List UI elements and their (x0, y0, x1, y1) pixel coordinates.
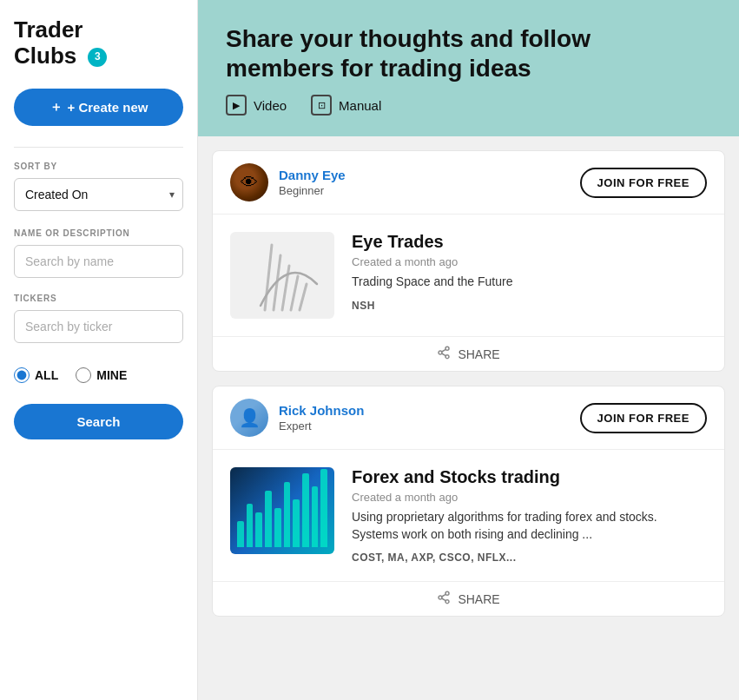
avatar-image: 👤 (230, 399, 268, 437)
clubs-list: 👁 Danny Eye Beginner JOIN FOR FREE (198, 136, 739, 631)
bar (284, 482, 291, 547)
all-radio-label[interactable]: ALL (14, 367, 58, 383)
search-button[interactable]: Search (14, 404, 183, 439)
clubs-count-badge: 3 (88, 48, 107, 67)
bar (302, 473, 309, 547)
sidebar: TraderClubs 3 ＋ + Create new SORT BY Cre… (0, 0, 198, 700)
avatar-image: 👁 (230, 163, 268, 201)
bar (247, 504, 254, 547)
club-info: Eye Trades Created a month ago Trading S… (352, 232, 707, 312)
video-link[interactable]: ▶ Video (226, 95, 287, 116)
user-name[interactable]: Danny Eye (279, 168, 346, 182)
forex-image (230, 467, 334, 554)
name-filter-label: NAME OR DESCRIPTION (14, 228, 183, 238)
club-info: Forex and Stocks trading Created a month… (352, 467, 707, 564)
hero-title: Share your thoughts and followmembers fo… (226, 24, 711, 83)
user-level: Expert (279, 419, 364, 433)
svg-line-9 (442, 350, 446, 353)
club-created: Created a month ago (352, 491, 707, 504)
plus-icon: ＋ (49, 99, 63, 116)
svg-line-2 (282, 266, 289, 310)
filter-radio-group: ALL MINE (14, 367, 183, 383)
mine-radio-label[interactable]: MINE (76, 367, 127, 383)
share-icon (437, 591, 451, 607)
club-user-info: 👤 Rick Johnson Expert (230, 399, 364, 437)
share-label: SHARE (458, 592, 499, 606)
club-title: Forex and Stocks trading (352, 467, 707, 487)
main-content: Share your thoughts and followmembers fo… (198, 0, 739, 700)
bar (237, 521, 244, 547)
club-card-header: 👁 Danny Eye Beginner JOIN FOR FREE (213, 151, 724, 215)
club-thumbnail (230, 232, 334, 319)
bar (320, 469, 327, 547)
user-level: Beginner (279, 184, 346, 197)
share-footer[interactable]: SHARE (213, 581, 724, 616)
club-card: 👁 Danny Eye Beginner JOIN FOR FREE (212, 150, 725, 372)
mine-radio[interactable] (76, 367, 91, 383)
sort-select-wrapper: Created On ▾ (14, 178, 183, 211)
bar (265, 491, 272, 547)
forex-bars (237, 469, 327, 547)
club-title: Eye Trades (352, 232, 707, 252)
join-button[interactable]: JOIN FOR FREE (580, 168, 707, 198)
share-label: SHARE (458, 347, 499, 361)
share-footer[interactable]: SHARE (213, 336, 724, 371)
manual-icon: ⊡ (311, 95, 332, 116)
club-thumbnail (230, 467, 334, 554)
club-description: Using proprietary algorithms for trading… (352, 509, 707, 543)
club-created: Created a month ago (352, 255, 707, 268)
club-body: Forex and Stocks trading Created a month… (213, 450, 724, 581)
club-user-info: 👁 Danny Eye Beginner (230, 163, 346, 201)
svg-line-13 (442, 598, 446, 601)
club-tickers: COST, MA, AXP, CSCO, NFLX... (352, 551, 707, 564)
svg-line-8 (442, 353, 446, 356)
user-name[interactable]: Rick Johnson (279, 403, 364, 418)
bar (255, 512, 262, 547)
club-body: Eye Trades Created a month ago Trading S… (213, 215, 724, 336)
sort-select[interactable]: Created On (14, 178, 183, 211)
tickers-label: TICKERS (14, 294, 183, 303)
search-by-ticker-input[interactable] (14, 310, 183, 343)
sort-by-label: SORT BY (14, 162, 183, 171)
avatar: 👤 (230, 399, 268, 437)
club-card-header: 👤 Rick Johnson Expert JOIN FOR FREE (213, 386, 724, 450)
svg-line-14 (442, 595, 446, 598)
svg-line-0 (265, 245, 272, 310)
hero-banner: Share your thoughts and followmembers fo… (198, 0, 739, 136)
svg-line-4 (300, 284, 307, 310)
club-tickers: NSH (352, 300, 707, 312)
bar (274, 508, 281, 547)
video-icon: ▶ (226, 95, 247, 116)
bar (312, 486, 319, 547)
eye-trades-image (230, 232, 334, 319)
join-button[interactable]: JOIN FOR FREE (580, 403, 707, 433)
svg-line-3 (291, 276, 298, 310)
avatar: 👁 (230, 163, 268, 201)
create-new-button[interactable]: ＋ + Create new (14, 89, 183, 126)
club-card: 👤 Rick Johnson Expert JOIN FOR FREE (212, 386, 725, 617)
name-filter-section: NAME OR DESCRIPTION (14, 228, 183, 278)
share-icon (437, 346, 451, 362)
app-title: TraderClubs 3 (14, 17, 183, 69)
divider-1 (14, 147, 183, 148)
all-radio[interactable] (14, 367, 30, 383)
manual-link[interactable]: ⊡ Manual (311, 95, 381, 116)
search-by-name-input[interactable] (14, 245, 183, 278)
hero-links: ▶ Video ⊡ Manual (226, 95, 711, 116)
bar (293, 499, 300, 547)
club-description: Trading Space and the Future (352, 274, 707, 291)
ticker-filter-section: TICKERS (14, 294, 183, 343)
